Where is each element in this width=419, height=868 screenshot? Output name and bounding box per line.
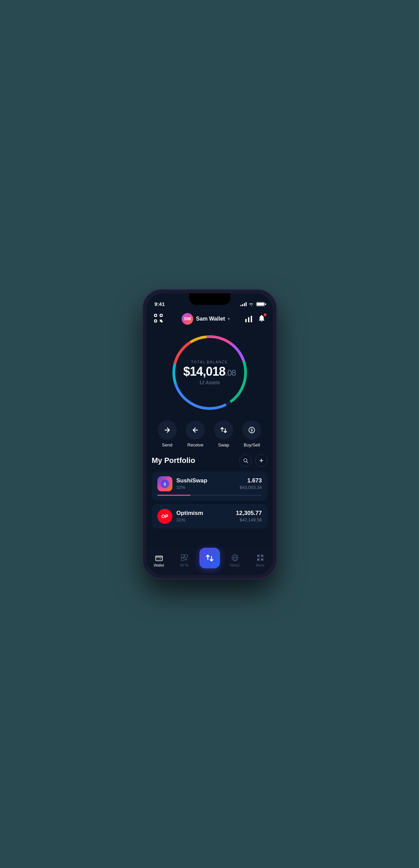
wallet-nav-label: Wallet — [154, 563, 164, 567]
sushi-usd: $43,003.34 — [239, 485, 262, 490]
balance-main: $14,018 — [183, 364, 225, 378]
nav-more[interactable]: More — [250, 554, 271, 567]
svg-rect-25 — [156, 556, 162, 561]
asset-card-op[interactable]: OP Optimism 31% 12,305.77 $42,149.56 — [152, 504, 267, 529]
search-button[interactable] — [239, 454, 252, 467]
sushi-percent: 32% — [176, 485, 236, 490]
sushi-logo: S — [157, 476, 172, 491]
asset-card-sushi[interactable]: S SushiSwap 32% 1.673 $43,003.34 — [152, 471, 267, 501]
balance-amount: $14,018.08 — [183, 365, 236, 378]
buysell-icon-circle: $ — [242, 420, 261, 440]
receive-icon-circle — [186, 420, 205, 440]
more-nav-icon — [256, 554, 264, 562]
battery-icon — [256, 302, 265, 306]
swap-center-button[interactable] — [199, 548, 220, 568]
receive-button[interactable]: Receive — [186, 420, 205, 448]
wallet-selector[interactable]: SW Sam Wallet ▾ — [182, 313, 230, 325]
send-icon-circle — [158, 420, 177, 440]
receive-label: Receive — [187, 442, 204, 448]
web3-nav-icon — [231, 554, 239, 562]
balance-circle-container: TOTAL BALANCE $14,018.08 12 Assets — [146, 328, 273, 414]
svg-rect-33 — [261, 555, 263, 557]
sushi-amount: 1.673 — [239, 477, 262, 484]
portfolio-ring: TOTAL BALANCE $14,018.08 12 Assets — [169, 332, 251, 414]
nav-wallet[interactable]: Wallet — [149, 554, 169, 567]
wallet-nav-icon — [155, 554, 163, 562]
bottom-nav: Wallet NFTs — [146, 550, 273, 575]
op-usd: $42,149.56 — [236, 517, 262, 522]
notification-badge — [263, 313, 267, 316]
portfolio-actions — [239, 454, 267, 467]
svg-rect-0 — [154, 314, 156, 316]
svg-rect-35 — [261, 558, 263, 561]
op-info: Optimism 31% — [176, 510, 232, 522]
op-row: OP Optimism 31% 12,305.77 $42,149.56 — [157, 509, 262, 524]
balance-cents: .08 — [225, 368, 236, 377]
sushi-values: 1.673 $43,003.34 — [239, 477, 262, 490]
send-button[interactable]: Send — [158, 420, 177, 448]
sushi-progress-fill — [157, 495, 191, 496]
wallet-name: Sam Wallet — [196, 316, 225, 322]
notch — [189, 293, 230, 305]
sushi-name: SushiSwap — [176, 477, 236, 484]
status-time: 9:41 — [155, 301, 165, 307]
svg-rect-27 — [185, 555, 187, 557]
svg-rect-28 — [181, 558, 184, 561]
scan-icon[interactable] — [153, 313, 163, 323]
buysell-label: Buy/Sell — [244, 442, 260, 448]
signal-icon — [240, 302, 247, 306]
svg-rect-8 — [251, 316, 252, 322]
assets-count: 12 Assets — [183, 380, 236, 385]
op-logo: OP — [157, 509, 172, 524]
svg-rect-1 — [160, 314, 162, 316]
chevron-down-icon: ▾ — [228, 316, 230, 321]
nfts-nav-label: NFTs — [180, 563, 189, 567]
portfolio-section: My Portfolio — [146, 451, 273, 550]
bell-container — [258, 314, 266, 324]
send-label: Send — [162, 442, 172, 448]
balance-display: TOTAL BALANCE $14,018.08 12 Assets — [183, 360, 236, 385]
sushi-info: SushiSwap 32% — [176, 477, 236, 490]
sushi-row: S SushiSwap 32% 1.673 $43,003.34 — [157, 476, 262, 491]
op-name: Optimism — [176, 510, 232, 517]
header: SW Sam Wallet ▾ — [146, 310, 273, 328]
swap-icon-circle — [214, 420, 233, 440]
svg-line-20 — [247, 462, 248, 463]
nav-web3[interactable]: Web3 — [225, 554, 245, 567]
sushi-progress-bar — [157, 495, 262, 496]
svg-rect-26 — [181, 555, 184, 557]
op-percent: 31% — [176, 517, 232, 522]
svg-text:$: $ — [251, 428, 253, 432]
header-right — [245, 314, 266, 324]
total-balance-label: TOTAL BALANCE — [183, 360, 236, 364]
action-buttons: Send Receive Swap — [146, 414, 273, 451]
svg-rect-34 — [257, 558, 260, 561]
portfolio-header: My Portfolio — [152, 454, 267, 467]
svg-rect-6 — [245, 319, 247, 322]
swap-button[interactable]: Swap — [214, 420, 233, 448]
portfolio-title: My Portfolio — [152, 456, 195, 465]
nav-nfts[interactable]: NFTs — [174, 554, 195, 567]
svg-text:S: S — [163, 482, 166, 486]
more-nav-label: More — [256, 563, 264, 567]
avatar: SW — [182, 313, 193, 325]
swap-center-icon — [205, 554, 214, 562]
svg-rect-32 — [257, 555, 260, 557]
nfts-nav-icon — [180, 554, 188, 562]
svg-rect-2 — [154, 320, 156, 322]
header-left — [153, 313, 167, 325]
swap-label: Swap — [218, 442, 229, 448]
phone-screen: 9:41 — [146, 293, 273, 575]
op-amount: 12,305.77 — [236, 510, 262, 517]
phone-frame: 9:41 — [143, 290, 276, 579]
chart-icon[interactable] — [245, 315, 253, 323]
buysell-button[interactable]: $ Buy/Sell — [242, 420, 261, 448]
wifi-icon — [249, 302, 254, 306]
svg-rect-7 — [248, 317, 249, 322]
web3-nav-label: Web3 — [230, 563, 240, 567]
add-asset-button[interactable] — [255, 454, 267, 467]
op-values: 12,305.77 $42,149.56 — [236, 510, 262, 522]
status-icons — [240, 302, 265, 306]
